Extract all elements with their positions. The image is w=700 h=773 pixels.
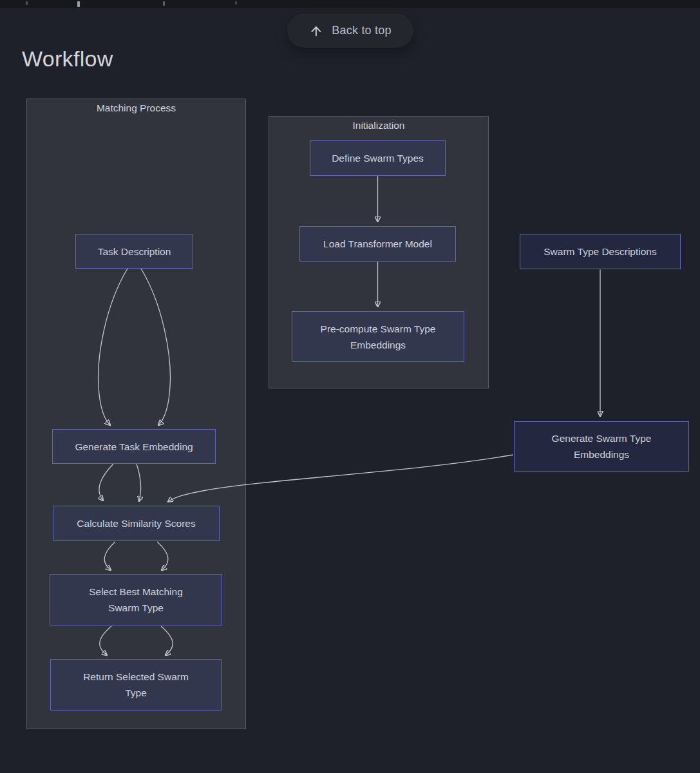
node-label: Generate Task Embedding	[75, 439, 193, 455]
clipped-content-strip	[0, 0, 700, 8]
subgraph-label: Initialization	[269, 120, 488, 131]
node-label: Calculate Similarity Scores	[77, 515, 195, 531]
clipped-glyph	[235, 1, 237, 5]
back-to-top-button[interactable]: Back to top	[287, 14, 413, 48]
node-select-best-matching-swarm-type: Select Best Matching Swarm Type	[50, 574, 222, 625]
node-label: Task Description	[98, 243, 171, 260]
node-load-transformer-model: Load Transformer Model	[299, 226, 456, 262]
node-label: Load Transformer Model	[323, 236, 432, 252]
node-swarm-type-descriptions: Swarm Type Descriptions	[520, 234, 681, 269]
node-label: Return Selected Swarm Type	[77, 669, 196, 701]
subgraph-matching-process: Matching Process	[26, 99, 246, 729]
clipped-glyph	[26, 1, 28, 5]
node-label: Generate Swarm Type Embeddings	[545, 430, 658, 463]
node-generate-swarm-type-embeddings: Generate Swarm Type Embeddings	[514, 421, 689, 472]
back-to-top-label: Back to top	[332, 24, 391, 37]
node-label: Define Swarm Types	[332, 150, 424, 166]
node-task-description: Task Description	[75, 234, 193, 269]
page-title: Workflow	[22, 46, 113, 72]
up-arrow-icon	[308, 24, 323, 38]
node-define-swarm-types: Define Swarm Types	[310, 140, 446, 176]
node-generate-task-embedding: Generate Task Embedding	[52, 429, 216, 464]
node-return-selected-swarm-type: Return Selected Swarm Type	[50, 659, 222, 711]
clipped-glyph	[77, 1, 80, 7]
workflow-diagram: Matching Process Initialization Task Des…	[0, 0, 700, 773]
node-calculate-similarity-scores: Calculate Similarity Scores	[53, 506, 220, 541]
node-precompute-swarm-type-embeddings: Pre-compute Swarm Type Embeddings	[292, 311, 464, 362]
subgraph-label: Matching Process	[27, 102, 245, 114]
node-label: Swarm Type Descriptions	[544, 243, 656, 260]
clipped-glyph	[163, 1, 165, 6]
node-label: Pre-compute Swarm Type Embeddings	[316, 321, 441, 353]
node-label: Select Best Matching Swarm Type	[80, 584, 193, 616]
